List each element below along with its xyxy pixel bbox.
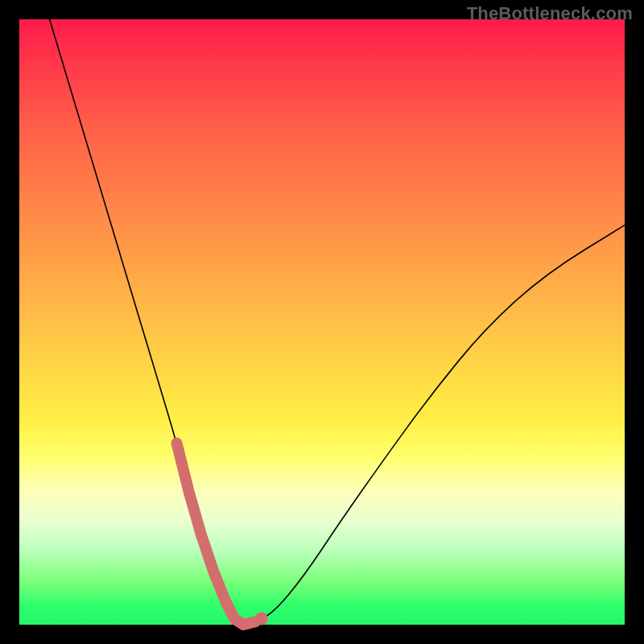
chart-svg xyxy=(19,19,625,625)
bottleneck-curve xyxy=(50,19,625,624)
trough-end-dot xyxy=(255,612,268,625)
plot-area xyxy=(19,19,625,625)
watermark-text: TheBottleneck.com xyxy=(467,3,633,24)
trough-marker xyxy=(177,443,256,625)
